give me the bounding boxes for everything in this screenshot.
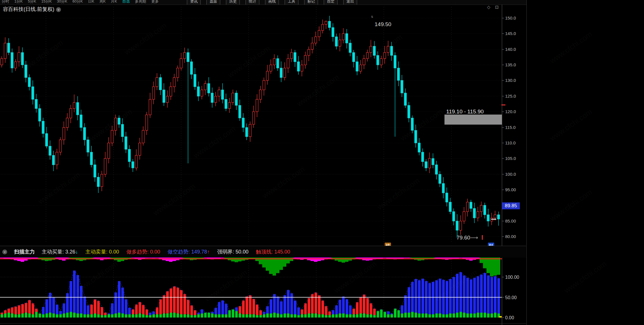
period-item-分时[interactable]: 分时 [2,0,9,4]
indicator-field-0: 主动买量: 3.26↓ [42,248,78,255]
period-item-30分K[interactable]: 30分K [57,0,67,4]
y-axis-label: 130.0 [505,78,516,83]
period-item-月K[interactable]: 月K [111,0,117,4]
bottom-divider [0,323,526,324]
arrow-right-icon: ⟶ [470,235,478,241]
y-axis-label: 115.0 [505,125,515,130]
toolbar-button-自定[interactable]: 自定 [324,0,338,5]
period-item-多周期[interactable]: 多周期 [135,0,146,4]
toolbar-button-标记[interactable]: 标记 [304,0,318,5]
y-axis-label: 100.0 [505,172,516,177]
y-axis-label: 95.00 [505,187,516,192]
trading-terminal: 分时1分K5分K15分K30分K60分K日K周K月K自选多周期更多资讯盘面历史统… [0,0,644,325]
y-axis-label: 85.00 [505,218,516,223]
y-axis-label: 105.0 [505,156,516,161]
period-item-1分K[interactable]: 1分K [14,0,23,4]
period-item-5分K[interactable]: 5分K [28,0,36,4]
y-axis-label: 145.0 [505,31,516,36]
indicator-name[interactable]: 扫描主力 [14,248,35,255]
y-axis-label: 135.0 [505,62,516,67]
zone-price-label: 119.10 - 115.90 [446,109,484,115]
toolbar-button-统计[interactable]: 统计 [246,0,259,5]
period-item-周K[interactable]: 周K [99,0,106,4]
period-item-60分K[interactable]: 60分K [72,0,83,4]
period-item-日K[interactable]: 日K [88,0,94,4]
kline-chart[interactable]: 150.0145.0140.0135.0130.0125.0120.0115.0… [0,5,526,247]
peak-price-label: 149.50 [375,21,391,28]
indicator-axis-label: 100.00 [505,275,519,280]
indicator-field-2: 做多趋势: 0.00 [126,248,160,255]
indicator-header: ∨ 扫描主力 主动买量: 3.26↓主动卖量: 0.00做多趋势: 0.00做空… [0,246,526,258]
collapse-icon[interactable]: ∨ [2,249,7,254]
toolbar-button-退出[interactable]: 退出 [343,0,357,5]
indicator-field-5: 触顶线: 145.00 [256,248,290,255]
window-icon[interactable]: ⊡ [495,5,499,10]
toolbar-button-资讯[interactable]: 资讯 [187,0,201,5]
price-badge: 89.85 [505,203,517,208]
low-price-label: 79.60⟶ [457,234,478,241]
toolbar-button-盘面[interactable]: 盘面 [206,0,220,5]
chevron-down-icon[interactable]: ∨ [56,7,61,12]
diamond-icon[interactable]: ◇ [487,5,490,10]
y-axis-label: 120.0 [505,109,516,114]
indicator-axis-label: 0.00 [505,315,514,320]
quote-panel: 容百科技 688005 85.65 ▼-4.55 -5.04% 公司已盈利 投票… [526,0,644,325]
y-axis-label: 80.00 [505,234,516,239]
y-axis-label: 125.0 [505,94,516,98]
chart-title: 容百科技(日线.前复权)∨ [3,6,61,13]
period-item-自选[interactable]: 自选 [122,0,130,4]
peak-marker: s [371,14,373,19]
toolbar-button-工具[interactable]: 工具 [285,0,298,5]
y-axis-label: 140.0 [505,47,516,52]
indicator-chart[interactable]: 100.0050.000.00 [0,258,526,325]
indicator-field-3: 做空趋势: 149.78↑ [168,248,210,255]
chart-title-text: 容百科技(日线.前复权) [3,6,54,12]
period-item-15分K[interactable]: 15分K [41,0,52,4]
indicator-field-4: 强弱界: 50.00 [217,248,248,255]
toolbar-button-画线[interactable]: 画线 [265,0,279,5]
indicator-fields: 主动买量: 3.26↓主动卖量: 0.00做多趋势: 0.00做空趋势: 149… [42,248,290,255]
indicator-field-1: 主动卖量: 0.00 [85,248,119,255]
indicator-axis-label: 50.00 [505,295,517,300]
y-axis-label: 110.0 [505,140,515,145]
period-item-更多[interactable]: 更多 [151,0,159,4]
y-axis-label: 150.0 [505,16,516,20]
toolbar-button-历史[interactable]: 历史 [226,0,240,5]
